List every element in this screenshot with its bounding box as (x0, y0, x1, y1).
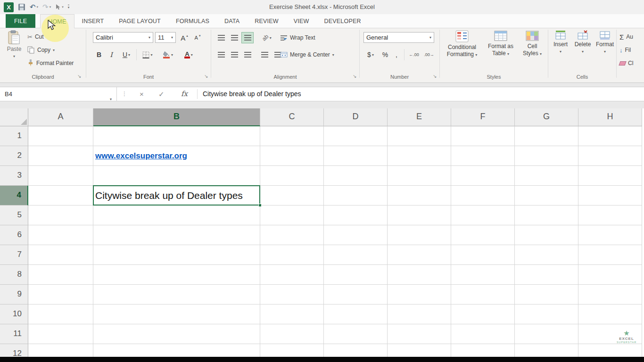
tab-insert[interactable]: INSERT (74, 14, 112, 28)
underline-dropdown-icon[interactable]: ▾ (128, 53, 130, 57)
column-header-A[interactable]: A (28, 108, 93, 126)
column-header-H[interactable]: H (578, 108, 642, 126)
autosum-button[interactable]: ΣAu (619, 31, 633, 42)
decrease-font-button[interactable]: A▾ (192, 32, 203, 43)
delete-cells-button[interactable]: Delete ▾ (572, 30, 593, 55)
tab-view[interactable]: VIEW (286, 14, 317, 28)
insert-dropdown-icon[interactable]: ▾ (560, 48, 561, 55)
column-header-C[interactable]: C (260, 108, 324, 126)
fill-button[interactable]: ↓Fil (619, 44, 631, 56)
column-header-F[interactable]: F (451, 108, 515, 126)
column-header-B[interactable]: B (93, 108, 260, 126)
fill-color-dropdown-icon[interactable]: ▾ (171, 53, 173, 57)
touch-mode-button[interactable]: ▾ (55, 4, 64, 10)
touch-mode-dropdown-icon[interactable]: ▾ (62, 5, 64, 9)
tab-page-layout[interactable]: PAGE LAYOUT (111, 14, 168, 28)
alignment-launcher-icon[interactable]: ↘ (353, 74, 356, 79)
customize-qat-icon[interactable]: ▾ (68, 5, 70, 9)
clear-button[interactable]: Cl (619, 58, 633, 69)
underline-button[interactable]: U▾ (118, 49, 134, 60)
tab-developer[interactable]: DEVELOPER (317, 14, 369, 28)
selection-outline[interactable] (93, 185, 260, 206)
font-size-dropdown-icon[interactable]: ▾ (171, 35, 173, 40)
tab-file[interactable]: FILE (6, 14, 35, 28)
font-color-button[interactable]: A▾ (180, 49, 198, 60)
column-header-G[interactable]: G (515, 108, 578, 126)
number-format-select[interactable]: General▾ (363, 32, 434, 43)
increase-decimal-button[interactable]: ←.00 (407, 49, 421, 60)
paste-dropdown-icon[interactable]: ▾ (13, 53, 15, 60)
percent-button[interactable]: % (380, 49, 391, 60)
undo-button[interactable]: ↶▾ (30, 3, 38, 11)
conditional-formatting-dropdown-icon[interactable]: ▾ (475, 53, 477, 57)
redo-button[interactable]: ↷▾ (42, 3, 51, 11)
borders-button[interactable]: ▾ (139, 49, 156, 60)
align-bottom-button[interactable] (241, 32, 254, 43)
align-middle-button[interactable] (228, 32, 240, 43)
decrease-decimal-button[interactable]: .00→ (422, 49, 436, 60)
font-name-dropdown-icon[interactable]: ▾ (149, 35, 150, 40)
row-header-4[interactable]: 4 (0, 186, 28, 206)
align-top-button[interactable] (215, 32, 227, 43)
format-painter-button[interactable]: Format Painter (27, 58, 74, 69)
tab-review[interactable]: REVIEW (247, 14, 286, 28)
insert-cells-button[interactable]: Insert ▾ (550, 30, 571, 55)
delete-dropdown-icon[interactable]: ▾ (582, 48, 584, 55)
row-header-1[interactable]: 1 (0, 126, 28, 146)
row-header-11[interactable]: 11 (0, 324, 28, 344)
copy-dropdown-icon[interactable]: ▾ (53, 48, 55, 52)
cell-B2[interactable]: www.excelsuperstar.org (95, 146, 187, 166)
cancel-icon[interactable]: × (140, 87, 144, 101)
align-right-button[interactable] (241, 49, 254, 60)
select-all-corner[interactable] (0, 108, 28, 126)
currency-dropdown-icon[interactable]: ▾ (372, 53, 374, 57)
number-format-dropdown-icon[interactable]: ▾ (429, 35, 431, 40)
undo-dropdown-icon[interactable]: ▾ (37, 5, 39, 9)
comma-button[interactable]: , (392, 49, 401, 60)
paste-button[interactable]: Paste ▾ (3, 30, 25, 60)
redo-dropdown-icon[interactable]: ▾ (50, 5, 51, 9)
fill-handle[interactable] (258, 204, 262, 207)
row-header-9[interactable]: 9 (0, 285, 28, 304)
align-center-button[interactable] (228, 49, 240, 60)
row-header-5[interactable]: 5 (0, 206, 28, 225)
borders-dropdown-icon[interactable]: ▾ (150, 53, 152, 57)
fill-color-button[interactable]: ▾ (159, 49, 177, 60)
number-launcher-icon[interactable]: ↘ (433, 74, 437, 79)
copy-button[interactable]: Copy▾ (27, 44, 55, 56)
wrap-text-button[interactable]: Wrap Text (280, 32, 315, 43)
row-header-2[interactable]: 2 (0, 146, 28, 166)
name-box[interactable]: B4 ▾ (0, 87, 117, 101)
cell-styles-button[interactable]: Cell Styles ▾ (519, 30, 545, 58)
format-as-table-button[interactable]: Format as Table ▾ (483, 30, 518, 58)
format-dropdown-icon[interactable]: ▾ (604, 48, 606, 55)
font-launcher-icon[interactable]: ↘ (204, 74, 208, 79)
merge-center-dropdown-icon[interactable]: ▾ (332, 53, 334, 57)
conditional-formatting-button[interactable]: Conditional Formatting ▾ (443, 30, 481, 58)
currency-button[interactable]: $▾ (363, 49, 378, 60)
cell-styles-dropdown-icon[interactable]: ▾ (540, 52, 542, 56)
save-button[interactable] (18, 3, 25, 11)
tab-home[interactable]: HOME (40, 14, 74, 28)
decrease-indent-button[interactable] (258, 49, 271, 60)
name-box-dropdown-icon[interactable]: ▾ (110, 92, 112, 106)
row-header-3[interactable]: 3 (0, 166, 28, 186)
tab-formulas[interactable]: FORMULAS (168, 14, 217, 28)
column-header-D[interactable]: D (324, 108, 388, 126)
italic-button[interactable]: I (106, 49, 116, 60)
insert-function-icon[interactable]: fx (181, 87, 188, 101)
merge-center-button[interactable]: Merge & Center▾ (280, 49, 334, 60)
font-name-select[interactable]: Calibri▾ (93, 32, 153, 43)
row-header-8[interactable]: 8 (0, 265, 28, 285)
bold-button[interactable]: B (94, 49, 104, 60)
format-as-table-dropdown-icon[interactable]: ▾ (507, 52, 509, 56)
orientation-button[interactable]: ab▾ (258, 32, 275, 43)
tab-data[interactable]: DATA (217, 14, 247, 28)
format-cells-button[interactable]: Format ▾ (594, 30, 615, 55)
font-color-dropdown-icon[interactable]: ▾ (191, 53, 193, 57)
row-header-6[interactable]: 6 (0, 225, 28, 245)
excel-logo-icon[interactable]: X (4, 2, 14, 12)
clipboard-launcher-icon[interactable]: ↘ (77, 74, 81, 79)
font-size-select[interactable]: 11▾ (155, 32, 176, 43)
row-header-7[interactable]: 7 (0, 245, 28, 265)
